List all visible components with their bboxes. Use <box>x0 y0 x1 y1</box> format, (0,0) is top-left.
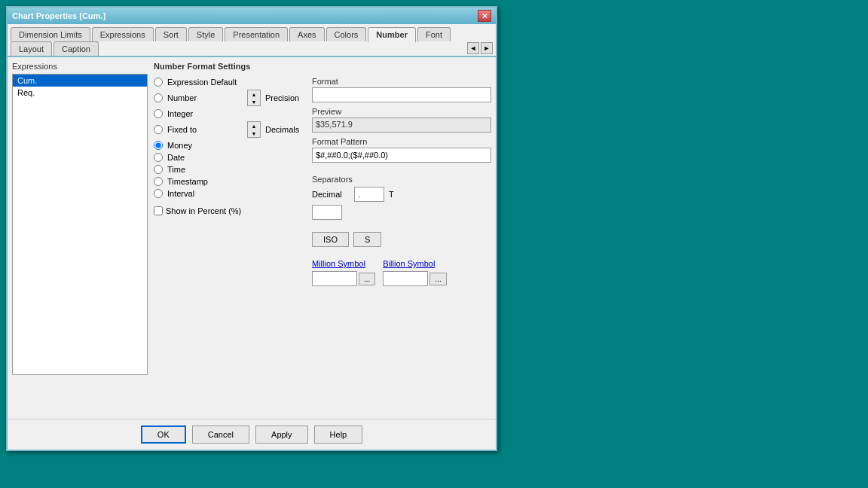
expressions-list: Cum. Req. <box>12 74 148 375</box>
show-percent-checkbox[interactable] <box>154 206 163 215</box>
precision-label: Precision <box>265 93 299 102</box>
label-integer: Integer <box>167 109 243 118</box>
tab-caption[interactable]: Caption <box>53 41 99 56</box>
tab-expressions[interactable]: Expressions <box>92 27 154 41</box>
radio-timestamp[interactable] <box>154 177 163 186</box>
tab-number[interactable]: Number <box>368 27 416 43</box>
radio-number[interactable] <box>154 93 163 102</box>
show-percent-option: Show in Percent (%) <box>154 206 304 215</box>
label-expression-default: Expression Default <box>167 78 243 87</box>
billion-browse-button[interactable]: ... <box>429 273 446 285</box>
tab-font[interactable]: Font <box>417 27 451 41</box>
expressions-panel: Expressions Cum. Req. <box>12 62 148 414</box>
separators-row: Decimal T <box>312 187 491 202</box>
label-time: Time <box>167 165 243 174</box>
option-fixed-to: Fixed to ▲ ▼ Decimals <box>154 120 304 139</box>
radio-time[interactable] <box>154 165 163 174</box>
label-fixed-to: Fixed to <box>167 125 243 134</box>
option-date: Date <box>154 152 304 163</box>
format-options-panel: Expression Default Number ▲ ▼ Precision <box>154 77 304 286</box>
option-integer: Integer <box>154 108 304 119</box>
format-pattern-group: Format Pattern <box>312 137 491 163</box>
tab-layout[interactable]: Layout <box>11 41 52 56</box>
radio-integer[interactable] <box>154 109 163 118</box>
s-button[interactable]: S <box>353 232 381 247</box>
format-buttons-row: ISO S <box>312 232 491 247</box>
billion-symbol-group: Billion Symbol ... <box>383 259 446 286</box>
expr-item-req[interactable]: Req. <box>13 87 147 99</box>
title-bar-buttons: ✕ <box>478 10 491 22</box>
iso-button[interactable]: ISO <box>312 232 349 247</box>
tab-presentation[interactable]: Presentation <box>225 27 288 41</box>
radio-money[interactable] <box>154 141 163 150</box>
billion-symbol-input[interactable] <box>383 271 428 286</box>
format-options: Expression Default Number ▲ ▼ Precision <box>154 77 304 199</box>
precision-spinner[interactable]: ▲ ▼ <box>247 90 261 106</box>
bottom-buttons-bar: OK Cancel Apply Help <box>8 419 496 450</box>
radio-fixed-to[interactable] <box>154 125 163 134</box>
tab-axes[interactable]: Axes <box>289 27 324 41</box>
option-timestamp: Timestamp <box>154 176 304 187</box>
radio-interval[interactable] <box>154 189 163 198</box>
decimals-spinner[interactable]: ▲ ▼ <box>247 121 261 138</box>
apply-button[interactable]: Apply <box>255 425 308 444</box>
preview-field-group: Preview $35,571.9 <box>312 107 491 133</box>
tab-colors[interactable]: Colors <box>326 27 367 41</box>
tab-style[interactable]: Style <box>188 27 223 41</box>
decimal-label: Decimal <box>312 190 350 199</box>
cancel-button[interactable]: Cancel <box>192 425 249 444</box>
tab-nav-arrows: ◄ ► <box>467 42 493 56</box>
help-button[interactable]: Help <box>314 425 363 444</box>
billion-symbol-label[interactable]: Billion Symbol <box>383 259 435 268</box>
separators-label: Separators <box>312 175 491 184</box>
title-bar: Chart Properties [Cum.] ✕ <box>8 8 496 24</box>
decimal-input[interactable] <box>354 187 384 202</box>
preview-value: $35,571.9 <box>312 117 491 133</box>
thousand-input[interactable] <box>312 205 342 220</box>
label-date: Date <box>167 153 243 162</box>
tab-dimension-limits[interactable]: Dimension Limits <box>11 27 90 41</box>
option-expression-default: Expression Default <box>154 77 304 87</box>
format-pattern-label: Format Pattern <box>312 137 491 146</box>
show-percent-label: Show in Percent (%) <box>166 206 241 215</box>
right-column: Format Preview $35,571.9 Format Pattern … <box>312 77 491 286</box>
format-pattern-input[interactable] <box>312 148 491 163</box>
window-title: Chart Properties [Cum.] <box>12 11 105 20</box>
radio-expression-default[interactable] <box>154 78 163 87</box>
precision-down[interactable]: ▼ <box>248 98 260 105</box>
tab-next-arrow[interactable]: ► <box>481 42 493 54</box>
tab-prev-arrow[interactable]: ◄ <box>467 42 479 54</box>
million-browse-button[interactable]: ... <box>359 273 375 285</box>
symbol-section: Million Symbol ... Billion Symbol ... <box>312 259 491 286</box>
tabs-bar: Dimension Limits Expressions Sort Style … <box>8 24 496 57</box>
format-field-group: Format <box>312 77 491 102</box>
close-button[interactable]: ✕ <box>478 10 491 22</box>
precision-up[interactable]: ▲ <box>248 90 260 98</box>
section-title: Number Format Settings <box>154 62 491 71</box>
thousands-label: T <box>389 190 394 199</box>
decimals-down[interactable]: ▼ <box>248 130 260 137</box>
tab-sort[interactable]: Sort <box>155 27 187 41</box>
decimals-label: Decimals <box>265 125 299 134</box>
radio-date[interactable] <box>154 153 163 162</box>
content-area: Expressions Cum. Req. Number Format Sett… <box>8 57 496 419</box>
main-panel: Number Format Settings Expression Defaul… <box>154 62 491 414</box>
label-number: Number <box>167 93 243 102</box>
million-symbol-input[interactable] <box>312 271 357 286</box>
decimals-up[interactable]: ▲ <box>248 122 260 130</box>
million-symbol-row: ... <box>312 271 375 286</box>
option-interval: Interval <box>154 188 304 199</box>
expressions-label: Expressions <box>12 62 148 71</box>
separators-section: Separators Decimal T <box>312 175 491 220</box>
million-symbol-label[interactable]: Million Symbol <box>312 259 365 268</box>
million-symbol-group: Million Symbol ... <box>312 259 375 286</box>
main-window: Chart Properties [Cum.] ✕ Dimension Limi… <box>6 6 497 451</box>
expr-item-cum[interactable]: Cum. <box>13 75 147 87</box>
billion-symbol-row: ... <box>383 271 446 286</box>
ok-button[interactable]: OK <box>141 425 186 444</box>
label-money: Money <box>167 141 243 150</box>
format-label: Format <box>312 77 491 86</box>
format-input[interactable] <box>312 87 491 102</box>
thousand-sep-row <box>312 205 491 220</box>
preview-label: Preview <box>312 107 491 116</box>
